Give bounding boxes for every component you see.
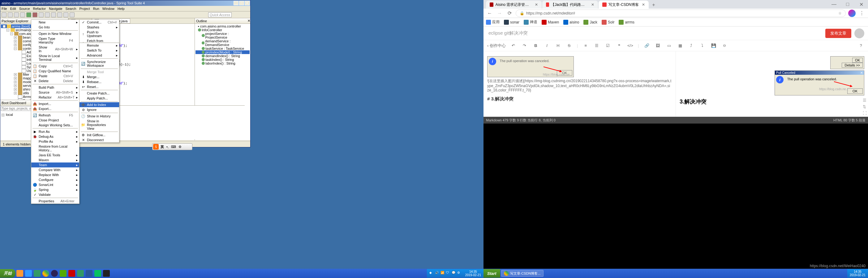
profile-avatar[interactable]	[848, 9, 856, 17]
video-icon[interactable]: ▭	[666, 42, 673, 49]
outline-item[interactable]: laborIndex() : String	[195, 62, 250, 65]
menu-item-profile-as[interactable]: Profile As▸	[31, 139, 79, 144]
outline-class[interactable]: InfoController	[195, 28, 250, 32]
toc-icon[interactable]: ☰	[863, 98, 867, 103]
tray-icon-1[interactable]: ◆	[429, 271, 434, 276]
menu-item-synchronize-workspace[interactable]: 🔄Synchronize Workspace	[80, 59, 119, 68]
tray-icon-3[interactable]: 📶	[440, 271, 445, 276]
menu-item-add-to-index[interactable]: ➕Add to Index	[80, 102, 119, 107]
menu-item-create-patch-[interactable]: Create Patch...	[80, 91, 119, 96]
menu-item-copy[interactable]: 📋CopyCtrl+C	[31, 64, 79, 69]
url-field[interactable]: 🔒 https://mp.csdn.net/mdeditor# ☆	[516, 9, 846, 17]
maximize-button[interactable]: □	[239, 1, 244, 5]
menu-window[interactable]: Window	[102, 7, 115, 10]
menu-item-assign-working-sets-[interactable]: Assign Working Sets...	[31, 123, 79, 128]
chrome-tab[interactable]: 写文章-CSDN博客✕	[598, 1, 649, 9]
menu-item-export-[interactable]: 📤Export...	[31, 106, 79, 111]
menu-item-show-in-history[interactable]: 🕐Show in History	[80, 114, 119, 118]
taskbar-terminal[interactable]	[103, 270, 110, 277]
taskbar-wechat[interactable]	[94, 270, 101, 277]
menu-item-ignore[interactable]: ⊘Ignore	[80, 107, 119, 112]
expander-icon[interactable]: +	[14, 81, 17, 83]
windows-taskbar-right[interactable]: Start 写文章-CSDN博客... 14:35 2019-02-21	[484, 269, 868, 278]
outline-tab[interactable]: Outline ✕	[195, 18, 250, 24]
menu-item-build-path[interactable]: Build Path▸	[31, 85, 79, 90]
system-tray-right[interactable]: 14:35 2019-02-21	[847, 269, 868, 278]
chrome-maximize[interactable]: □	[841, 0, 855, 9]
taskbar-app-2[interactable]	[25, 270, 32, 277]
start-button[interactable]: 开始	[0, 269, 16, 278]
annotation-icon[interactable]	[57, 12, 62, 17]
expander-icon[interactable]: +	[14, 92, 17, 95]
menu-item-delete[interactable]: ✕DeleteDelete	[31, 78, 79, 83]
windows-taskbar-left[interactable]: 开始 ◆ 🔊 📶 🛡 💬 ⚙ 14:35 2019-02-21	[0, 269, 484, 278]
expander-icon[interactable]: −	[10, 32, 13, 35]
outline-item[interactable]: demandService : DemandService	[195, 39, 250, 47]
image-icon[interactable]: 🖼	[655, 42, 661, 49]
build-icon[interactable]	[39, 12, 43, 17]
bookmark-solr[interactable]: Solr	[602, 20, 614, 25]
menu-item-replace-with[interactable]: Replace With▸	[31, 172, 79, 177]
debug-icon[interactable]	[20, 12, 25, 17]
expander-icon[interactable]: −	[14, 47, 17, 50]
redo-icon[interactable]: ↷	[521, 42, 528, 49]
menu-item-show-in[interactable]: Show InAlt+Shift+W▸	[31, 45, 79, 54]
new-icon[interactable]	[2, 12, 6, 17]
expander-icon[interactable]: +	[2, 114, 4, 116]
close-view-icon[interactable]: ✕	[247, 19, 250, 23]
ime-lang[interactable]: 英	[159, 145, 165, 149]
strike-icon[interactable]: S	[566, 42, 572, 49]
code-icon[interactable]: </>	[627, 42, 633, 49]
chrome-tab[interactable]: Aisino 需求记录管理系统✕	[486, 1, 541, 9]
tray-icon-4[interactable]: 🛡	[446, 271, 451, 276]
prev-icon[interactable]	[70, 12, 74, 17]
menu-item-open-type-hierarchy[interactable]: Open Type HierarchyF4	[31, 36, 79, 45]
back-to-center[interactable]: ‹ 创作中心	[487, 43, 506, 48]
bookmark-aisino[interactable]: aisino	[563, 20, 579, 25]
menu-item-refactor[interactable]: RefactorAlt+Shift+T▸	[31, 95, 79, 100]
menu-item-show-in-local-terminal[interactable]: Show in Local Terminal▸	[31, 54, 79, 62]
menu-item-validate[interactable]: ✓Validate	[31, 192, 79, 197]
ol-icon[interactable]: ≡	[582, 42, 589, 49]
stop-icon[interactable]	[32, 12, 37, 17]
chrome-menu-icon[interactable]: ⋮	[858, 9, 866, 17]
help-icon[interactable]: ?	[858, 42, 864, 49]
menu-item-properties[interactable]: PropertiesAlt+Enter	[31, 199, 79, 204]
article-title-input[interactable]	[487, 29, 822, 37]
menu-refactor[interactable]: Refactor	[33, 7, 46, 10]
outline-package[interactable]: ▪ com.aisino.arrms.controller	[195, 25, 250, 28]
menu-item-new[interactable]: New▸	[31, 20, 79, 25]
open-type-icon[interactable]	[45, 12, 50, 17]
back-button[interactable]: ←	[486, 9, 493, 17]
bookmark-应用[interactable]: 应用	[486, 20, 500, 25]
forward-button[interactable]: →	[496, 9, 503, 17]
italic-icon[interactable]: I	[544, 42, 550, 49]
menu-item-disconnect[interactable]: ✕Disconnect	[80, 137, 119, 142]
menu-item-push-to-upstream[interactable]: ↑Push to Upstream	[80, 30, 119, 38]
chrome-close[interactable]: ✕	[855, 0, 868, 9]
expander-icon[interactable]: +	[14, 40, 17, 43]
expander-icon[interactable]: +	[14, 88, 17, 91]
start-button[interactable]: Start	[484, 269, 500, 278]
todo-icon[interactable]: ☑	[604, 42, 611, 49]
taskbar-youdao[interactable]	[68, 270, 75, 277]
expander-icon[interactable]: +	[14, 36, 17, 39]
outline-item[interactable]: demandIndex() : String	[195, 54, 250, 58]
bookmark-禅道[interactable]: 禅道	[524, 20, 537, 25]
new-tab-button[interactable]: +	[649, 1, 658, 9]
sogou-icon[interactable]: S	[153, 144, 159, 149]
markdown-source-pane[interactable]: i The pull operation was canceled. OK ht…	[484, 51, 676, 117]
ime-settings-icon[interactable]: ⚙	[177, 145, 183, 149]
eclipse-titlebar[interactable]: aisino - arrms/src/main/java/com/aisino/…	[0, 0, 250, 6]
quick-access-input[interactable]: Quick Access	[208, 12, 232, 17]
menu-help[interactable]: Help	[118, 7, 125, 10]
tab-close-icon[interactable]: ✕	[642, 2, 645, 7]
menu-item-team[interactable]: Team▸	[31, 163, 79, 167]
menu-item-rebase-[interactable]: ⬇Rebase...	[80, 79, 119, 84]
taskbar-app-5[interactable]	[77, 270, 84, 277]
star-icon[interactable]: ☆	[838, 11, 842, 15]
menu-item-switch-to[interactable]: Switch To▸	[80, 48, 119, 53]
search-icon[interactable]	[51, 12, 56, 17]
menu-edit[interactable]: Edit	[10, 7, 16, 10]
menu-file[interactable]: File	[2, 7, 7, 10]
